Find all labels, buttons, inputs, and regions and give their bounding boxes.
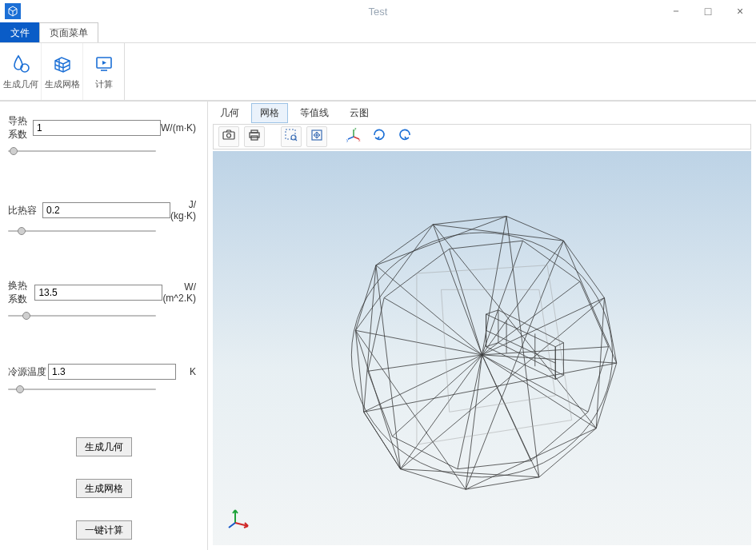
ribbon-compute[interactable]: 计算 <box>83 43 125 100</box>
top-tabs: 文件 页面菜单 <box>0 22 756 43</box>
svg-text:z: z <box>354 127 357 131</box>
axis-xyz-icon: zxy <box>346 127 362 146</box>
rotate-ccw-icon <box>397 127 413 146</box>
svg-rect-5 <box>251 130 258 133</box>
ribbon-generate-mesh[interactable]: 生成网格 <box>42 43 83 100</box>
view-tab-mesh[interactable]: 网格 <box>251 103 288 123</box>
sidebar: 导热系数 W/(m·K) 比热容 J/ (kg·K) 换热系数 W/ (m <box>0 102 208 550</box>
zoom-extents-icon <box>310 128 324 145</box>
view-tabs: 几何 网格 等值线 云图 <box>208 102 756 122</box>
tab-file[interactable]: 文件 <box>0 22 40 42</box>
title-bar: Test － □ × <box>0 0 756 22</box>
main-area: 导热系数 W/(m·K) 比热容 J/ (kg·K) 换热系数 W/ (m <box>0 101 756 550</box>
ribbon-label: 计算 <box>95 78 113 90</box>
axis-orientation-button[interactable]: zxy <box>343 126 364 147</box>
ribbon-generate-geometry[interactable]: 生成几何 <box>0 43 42 100</box>
ribbon-label: 生成几何 <box>3 78 38 90</box>
mesh-wireframe <box>213 151 751 545</box>
heat-transfer-coef-input[interactable] <box>34 285 162 301</box>
zoom-box-icon <box>284 128 298 145</box>
sidebar-buttons: 生成几何 生成网格 一键计算 <box>8 437 199 540</box>
param-cold-source-temp: 冷源温度 K <box>8 364 199 394</box>
param-label: 换热系数 <box>8 279 34 306</box>
svg-text:x: x <box>358 138 361 142</box>
rotate-ccw-button[interactable] <box>394 126 415 147</box>
ribbon-label: 生成网格 <box>45 78 80 90</box>
minimize-button[interactable]: － <box>660 0 692 22</box>
heat-transfer-coef-slider[interactable] <box>8 311 156 321</box>
rotate-cw-button[interactable] <box>369 126 390 147</box>
window-title: Test <box>369 6 388 18</box>
specific-heat-slider[interactable] <box>8 226 156 236</box>
svg-rect-2 <box>223 132 234 139</box>
svg-point-3 <box>227 134 231 138</box>
thermal-conductivity-slider[interactable] <box>8 146 156 156</box>
param-unit: J/ (kg·K) <box>170 199 199 221</box>
zoom-selection-button[interactable] <box>281 126 302 147</box>
zoom-extents-button[interactable] <box>306 126 327 147</box>
cold-source-temp-input[interactable] <box>48 364 176 380</box>
tab-page-menu[interactable]: 页面菜单 <box>39 22 98 42</box>
param-specific-heat: 比热容 J/ (kg·K) <box>8 199 199 236</box>
ribbon: 生成几何 生成网格 计算 <box>0 43 756 101</box>
print-button[interactable] <box>244 126 265 147</box>
param-unit: W/(m·K) <box>161 122 199 134</box>
param-thermal-conductivity: 导热系数 W/(m·K) <box>8 114 199 156</box>
generate-mesh-button[interactable]: 生成网格 <box>76 479 132 498</box>
snapshot-button[interactable] <box>218 126 239 147</box>
cube-mesh-icon <box>51 53 74 75</box>
thermal-conductivity-input[interactable] <box>33 120 161 136</box>
one-click-compute-button[interactable]: 一键计算 <box>76 520 132 540</box>
cold-source-temp-slider[interactable] <box>8 385 156 394</box>
viewport-toolbar: zxy <box>213 124 751 149</box>
param-unit: W/ (m^2.K) <box>162 281 199 304</box>
svg-rect-7 <box>286 130 295 139</box>
param-unit: K <box>176 366 199 377</box>
axis-indicator-icon <box>227 505 251 529</box>
param-heat-transfer-coef: 换热系数 W/ (m^2.K) <box>8 279 199 321</box>
view-tab-cloud[interactable]: 云图 <box>341 103 378 123</box>
camera-icon <box>222 128 236 145</box>
close-button[interactable]: × <box>724 0 756 22</box>
compute-icon <box>93 53 115 75</box>
print-icon <box>247 128 262 145</box>
specific-heat-input[interactable] <box>42 202 170 218</box>
svg-text:y: y <box>346 138 349 142</box>
app-icon <box>5 3 21 19</box>
param-label: 比热容 <box>8 204 42 217</box>
window-controls: － □ × <box>660 0 756 22</box>
viewport-canvas[interactable] <box>213 151 751 545</box>
droplet-icon <box>10 53 32 75</box>
param-label: 导热系数 <box>8 114 33 141</box>
view-area: 几何 网格 等值线 云图 <box>208 102 756 550</box>
param-label: 冷源温度 <box>8 365 48 379</box>
view-tab-geometry[interactable]: 几何 <box>211 103 248 123</box>
rotate-cw-icon <box>371 127 387 146</box>
generate-geometry-button[interactable]: 生成几何 <box>76 437 132 456</box>
view-tab-contour[interactable]: 等值线 <box>291 103 338 123</box>
maximize-button[interactable]: □ <box>692 0 724 22</box>
